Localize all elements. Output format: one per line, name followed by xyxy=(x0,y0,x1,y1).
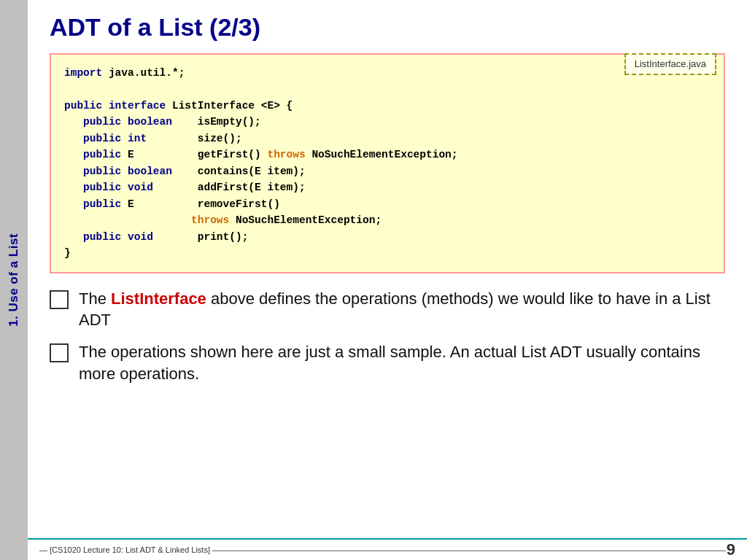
code-text xyxy=(121,133,128,144)
page-title: ADT of a List (2/3) xyxy=(50,13,725,42)
code-text: NoSuchElementException; xyxy=(229,214,382,226)
keyword-public: public xyxy=(83,182,121,193)
code-line-9: public E removeFirst() xyxy=(64,196,711,212)
bullet-checkbox-2 xyxy=(50,343,69,362)
code-text: ListInterface <E> { xyxy=(166,100,293,112)
code-text: isEmpty(); xyxy=(172,116,261,128)
bullet-text-2: The operations shown here are just a sma… xyxy=(79,341,725,384)
main-content: ADT of a List (2/3) ListInterface.java i… xyxy=(28,0,747,560)
keyword-boolean2: boolean xyxy=(128,166,172,177)
keyword-public: public xyxy=(83,133,121,144)
code-text xyxy=(121,182,128,193)
footer-label: — [CS1020 Lecture 10: List ADT & Linked … xyxy=(39,545,726,554)
code-block: ListInterface.java import java.util.*; p… xyxy=(50,53,725,273)
keyword-public: public xyxy=(64,100,102,112)
bullet-item-2: The operations shown here are just a sma… xyxy=(50,341,725,384)
keyword-public: public xyxy=(83,116,121,128)
keyword-void2: void xyxy=(128,231,153,243)
code-line-11: public void print(); xyxy=(64,229,711,245)
code-line-1: import java.util.*; xyxy=(64,65,711,81)
bullet-text-1: The ListInterface above defines the oper… xyxy=(79,288,725,331)
code-text: E removeFirst() xyxy=(121,198,280,210)
sidebar-tab: 1. Use of a List xyxy=(0,0,28,560)
code-line-5: public int size(); xyxy=(64,131,711,147)
code-text xyxy=(121,116,128,128)
bullet-item-1: The ListInterface above defines the oper… xyxy=(50,288,725,331)
keyword-throws2: throws xyxy=(191,214,229,226)
code-text xyxy=(121,231,128,243)
keyword-public: public xyxy=(83,198,121,210)
page-number: 9 xyxy=(727,540,735,559)
code-line-10: throws NoSuchElementException; xyxy=(64,212,711,228)
keyword-public: public xyxy=(83,166,121,177)
code-text: java.util.*; xyxy=(102,67,185,79)
keyword-public: public xyxy=(83,231,121,243)
keyword-throws: throws xyxy=(267,149,305,160)
keyword-boolean: boolean xyxy=(128,116,172,128)
code-line-blank xyxy=(64,81,711,97)
code-line-4: public boolean isEmpty(); xyxy=(64,114,711,130)
footer: — [CS1020 Lecture 10: List ADT & Linked … xyxy=(28,538,747,560)
code-text: print(); xyxy=(153,231,249,243)
keyword-interface: interface xyxy=(109,100,166,112)
sidebar-label: 1. Use of a List xyxy=(7,233,21,327)
keyword-public: public xyxy=(83,149,121,160)
bullet-checkbox-1 xyxy=(50,290,69,309)
file-label: ListInterface.java xyxy=(624,53,716,75)
code-text xyxy=(102,100,109,112)
code-text: } xyxy=(64,247,71,259)
code-text xyxy=(121,166,128,177)
code-line-8: public void addFirst(E item); xyxy=(64,179,711,195)
code-text: NoSuchElementException; xyxy=(306,149,458,160)
highlight-listinterface: ListInterface xyxy=(111,289,206,308)
bullets-section: The ListInterface above defines the oper… xyxy=(50,288,725,385)
keyword-import: import xyxy=(64,67,102,79)
keyword-int: int xyxy=(128,133,147,144)
code-line-12: } xyxy=(64,245,711,261)
code-text: size(); xyxy=(147,133,242,144)
keyword-void: void xyxy=(128,182,153,193)
code-text: addFirst(E item); xyxy=(153,182,306,193)
code-line-7: public boolean contains(E item); xyxy=(64,163,711,179)
code-line-3: public interface ListInterface <E> { xyxy=(64,98,711,114)
code-line-6: public E getFirst() throws NoSuchElement… xyxy=(64,147,711,163)
code-text: contains(E item); xyxy=(172,166,306,177)
code-text: E getFirst() xyxy=(121,149,267,160)
